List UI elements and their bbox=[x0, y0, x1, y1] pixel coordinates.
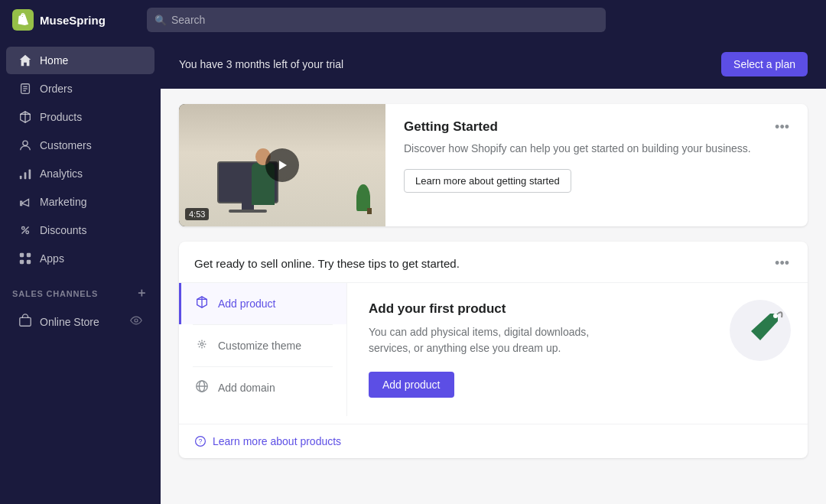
svg-point-27 bbox=[773, 314, 778, 318]
add-sales-channel-icon[interactable]: ＋ bbox=[135, 285, 148, 301]
video-thumbnail[interactable]: 4:53 bbox=[179, 104, 385, 226]
content-inner: 4:53 Getting Started ••• Discover how Sh… bbox=[161, 89, 826, 473]
trial-banner: You have 3 months left of your trial Sel… bbox=[161, 40, 826, 89]
getting-started-menu-icon[interactable]: ••• bbox=[772, 119, 792, 135]
search-icon: 🔍 bbox=[154, 15, 167, 26]
getting-started-header: Getting Started ••• bbox=[404, 119, 792, 141]
online-store-label: Online Store bbox=[40, 316, 99, 328]
apps-icon bbox=[18, 252, 32, 265]
sidebar-item-apps[interactable]: Apps bbox=[6, 245, 154, 272]
shopify-logo-icon bbox=[12, 9, 34, 31]
tips-detail-description: You can add physical items, digital down… bbox=[369, 324, 613, 356]
getting-started-title: Getting Started bbox=[404, 119, 498, 135]
tips-title: Get ready to sell online. Try these tips… bbox=[194, 257, 460, 270]
svg-rect-9 bbox=[29, 170, 31, 180]
sidebar-item-apps-label: Apps bbox=[40, 252, 64, 265]
content-area: You have 3 months left of your trial Sel… bbox=[161, 40, 826, 504]
customers-icon bbox=[18, 138, 32, 152]
tips-list: Add product Customize theme bbox=[179, 283, 347, 416]
sidebar-item-discounts-label: Discounts bbox=[40, 224, 86, 236]
orders-icon bbox=[18, 82, 32, 96]
tip-add-domain-label: Add domain bbox=[218, 382, 275, 394]
sidebar-item-customers-label: Customers bbox=[40, 139, 92, 151]
sidebar-item-discounts[interactable]: Discounts bbox=[6, 216, 154, 244]
sidebar-item-analytics-label: Analytics bbox=[40, 167, 83, 180]
svg-text:?: ? bbox=[199, 437, 203, 445]
sidebar-item-home-label: Home bbox=[40, 54, 68, 67]
sales-channels-section: SALES CHANNELS ＋ bbox=[0, 273, 161, 306]
sidebar-item-products[interactable]: Products bbox=[6, 103, 154, 131]
sidebar-item-customers[interactable]: Customers bbox=[6, 132, 154, 159]
svg-marker-19 bbox=[279, 161, 287, 170]
main-layout: Home Orders Products Customers Analytics bbox=[0, 40, 826, 504]
learn-products-circle-icon: ? bbox=[194, 435, 206, 447]
home-icon bbox=[18, 54, 32, 67]
svg-rect-13 bbox=[20, 253, 24, 257]
search-wrap: 🔍 bbox=[147, 8, 606, 32]
svg-point-22 bbox=[200, 343, 203, 346]
sidebar-item-marketing[interactable]: Marketing bbox=[6, 188, 154, 216]
getting-started-card: 4:53 Getting Started ••• Discover how Sh… bbox=[179, 104, 808, 226]
tip-add-domain[interactable]: Add domain bbox=[179, 367, 346, 408]
tip-customize-theme-icon bbox=[195, 337, 209, 354]
learn-more-button[interactable]: Learn more about getting started bbox=[404, 169, 571, 193]
sidebar-item-marketing-label: Marketing bbox=[40, 196, 86, 208]
sidebar-item-products-label: Products bbox=[40, 111, 82, 123]
add-product-button[interactable]: Add product bbox=[369, 372, 454, 398]
select-plan-button[interactable]: Select a plan bbox=[721, 52, 808, 76]
getting-started-description: Discover how Shopify can help you get st… bbox=[404, 141, 792, 157]
discounts-icon bbox=[18, 223, 32, 237]
tips-header: Get ready to sell online. Try these tips… bbox=[179, 242, 808, 283]
svg-point-18 bbox=[135, 319, 138, 322]
products-icon bbox=[18, 110, 32, 124]
svg-rect-7 bbox=[20, 176, 22, 180]
svg-point-6 bbox=[23, 141, 28, 145]
tips-menu-icon[interactable]: ••• bbox=[772, 255, 792, 272]
search-input[interactable] bbox=[147, 8, 606, 32]
svg-rect-17 bbox=[20, 317, 31, 326]
sidebar-item-online-store[interactable]: Online Store bbox=[6, 307, 154, 337]
analytics-icon bbox=[18, 167, 32, 180]
sidebar: Home Orders Products Customers Analytics bbox=[0, 40, 161, 504]
topbar: MuseSpring 🔍 bbox=[0, 0, 826, 40]
tip-customize-theme-label: Customize theme bbox=[218, 340, 301, 352]
sidebar-item-orders[interactable]: Orders bbox=[6, 75, 154, 102]
svg-rect-8 bbox=[24, 172, 27, 179]
svg-point-10 bbox=[22, 227, 25, 230]
marketing-icon bbox=[18, 195, 32, 209]
product-tag-illustration bbox=[728, 298, 789, 359]
video-duration: 4:53 bbox=[185, 208, 209, 220]
learn-products-row: ? Learn more about products bbox=[179, 424, 808, 458]
tip-add-product-icon bbox=[195, 295, 209, 312]
tips-body: Add product Customize theme bbox=[179, 283, 808, 416]
svg-rect-16 bbox=[27, 260, 31, 264]
svg-line-12 bbox=[22, 227, 29, 234]
play-button[interactable] bbox=[265, 148, 299, 182]
sales-channels-label: SALES CHANNELS bbox=[12, 289, 98, 298]
svg-rect-14 bbox=[27, 253, 31, 257]
sidebar-item-analytics[interactable]: Analytics bbox=[6, 160, 154, 187]
svg-rect-15 bbox=[20, 260, 24, 264]
online-store-left: Online Store bbox=[18, 314, 99, 330]
online-store-icon bbox=[18, 314, 32, 330]
svg-point-11 bbox=[26, 231, 29, 234]
trial-text: You have 3 months left of your trial bbox=[179, 58, 343, 70]
tip-add-domain-icon bbox=[195, 379, 209, 396]
getting-started-body: Getting Started ••• Discover how Shopify… bbox=[385, 104, 808, 226]
tips-card: Get ready to sell online. Try these tips… bbox=[179, 242, 808, 458]
tip-add-product-label: Add product bbox=[218, 298, 276, 310]
tips-detail: Add your first product You can add physi… bbox=[347, 283, 808, 416]
learn-products-link[interactable]: Learn more about products bbox=[213, 435, 341, 447]
logo-area: MuseSpring bbox=[12, 9, 135, 31]
tips-detail-title: Add your first product bbox=[369, 301, 786, 317]
tip-add-product[interactable]: Add product bbox=[179, 283, 346, 324]
online-store-eye-icon[interactable] bbox=[130, 314, 142, 329]
app-name: MuseSpring bbox=[40, 14, 106, 27]
sidebar-item-home[interactable]: Home bbox=[6, 47, 154, 74]
sidebar-item-orders-label: Orders bbox=[40, 83, 73, 95]
tip-customize-theme[interactable]: Customize theme bbox=[179, 325, 346, 366]
